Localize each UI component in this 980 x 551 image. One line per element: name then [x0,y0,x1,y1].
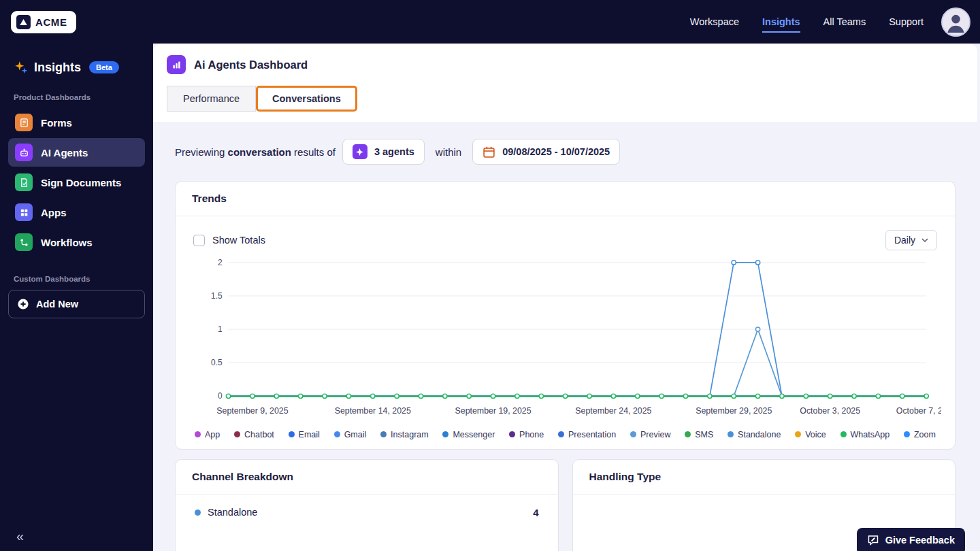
feedback-icon [867,534,879,546]
tab[interactable]: Conversations [256,86,357,112]
legend-item[interactable]: Chatbot [234,430,274,439]
trends-line-chart: 00.511.52September 9, 2025September 14, … [189,254,941,424]
svg-text:0: 0 [218,391,223,401]
sidebar-item[interactable]: Apps [8,198,145,227]
page-title: Ai Agents Dashboard [194,59,308,71]
give-feedback-button[interactable]: Give Feedback [857,528,965,551]
legend-dot [234,431,240,437]
legend-item[interactable]: Instagram [380,430,429,439]
sidebar-item-label: Apps [41,207,67,218]
main-content: Ai Agents Dashboard Performance Conversa… [153,44,980,551]
add-new-button[interactable]: Add New [8,290,145,318]
legend-dot [840,431,847,437]
channel-breakdown-rows: Standalone 4 [176,495,558,518]
legend-dot [685,431,691,437]
workflows-icon [15,233,33,251]
apps-icon [15,203,33,221]
dashboard-header: Ai Agents Dashboard Performance Conversa… [153,44,977,122]
legend-item[interactable]: Email [289,430,320,439]
top-nav-item[interactable]: Workspace [690,10,739,34]
checkbox-box[interactable] [193,235,205,246]
legend-dot [195,431,201,437]
legend-item[interactable]: Standalone [728,430,781,439]
legend-dot [558,431,564,437]
dashboard-tabs: Performance Conversations [167,86,964,112]
legend-item[interactable]: SMS [685,430,713,439]
legend-dot [795,431,801,437]
svg-text:0.5: 0.5 [211,358,223,367]
legend-item[interactable]: App [195,430,220,439]
legend-item[interactable]: Phone [509,430,544,439]
dashboard-icon [167,55,186,74]
legend-dot [904,431,910,437]
legend-item[interactable]: Presentation [558,430,616,439]
interval-dropdown[interactable]: Daily [885,230,937,250]
top-nav-item[interactable]: Support [889,10,924,34]
legend-item[interactable]: Gmail [334,430,367,439]
within-label: within [436,146,461,158]
svg-text:1.5: 1.5 [211,291,223,301]
svg-text:September 19, 2025: September 19, 2025 [455,406,531,416]
filter-bar: Previewing conversation results of 3 age… [153,122,980,165]
svg-text:September 29, 2025: September 29, 2025 [696,406,772,416]
trends-title: Trends [192,193,938,205]
forms-icon [15,114,33,131]
legend-dot [334,431,340,437]
section-product-dashboards: Product Dashboards [14,93,140,101]
handling-type-title: Handling Type [589,471,939,483]
legend-item[interactable]: Preview [630,430,670,439]
date-range-picker[interactable]: 09/08/2025 - 10/07/2025 [472,139,620,165]
sidebar: Insights Beta Product Dashboards Forms A… [0,44,153,551]
legend-dot [630,431,636,437]
bottom-cards: Channel Breakdown Standalone 4 Handling … [175,459,956,551]
insights-sparkle-icon [14,60,29,75]
svg-text:September 14, 2025: September 14, 2025 [335,406,411,416]
sidebar-item[interactable]: Sign Documents [8,168,145,197]
agents-selector[interactable]: 3 agents [342,139,425,165]
top-bar: ACME Workspace Insights All Teams Suppor… [0,0,980,44]
legend-item[interactable]: Zoom [904,430,936,439]
legend-item[interactable]: WhatsApp [840,430,890,439]
sign-documents-icon [15,173,33,191]
sidebar-item[interactable]: AI Agents [8,138,145,167]
calendar-icon [483,146,495,158]
top-nav-item[interactable]: All Teams [823,10,866,34]
legend-dot [728,431,734,437]
section-custom-dashboards: Custom Dashboards [14,275,140,283]
svg-text:September 24, 2025: September 24, 2025 [575,406,651,416]
channel-row: Standalone 4 [176,495,558,518]
acme-logo[interactable]: ACME [11,11,76,33]
legend-item[interactable]: Messenger [442,430,495,439]
collapse-sidebar-button[interactable]: « [16,529,24,544]
tab[interactable]: Performance [167,86,256,112]
sidebar-item-label: Sign Documents [41,177,121,188]
svg-text:October 7, 2025: October 7, 2025 [896,406,941,416]
sidebar-item-label: Forms [41,117,72,129]
acme-logo-icon [16,15,31,29]
legend-dot [380,431,387,437]
legend-dot [442,431,448,437]
ai-agents-icon [15,144,33,161]
previewing-text: Previewing conversation results of [175,146,336,158]
avatar[interactable] [941,7,970,37]
chevron-down-icon [921,238,928,242]
legend-dot [289,431,295,437]
channel-dot [195,510,201,516]
channel-breakdown-title: Channel Breakdown [192,471,542,483]
sidebar-item[interactable]: Workflows [8,228,145,256]
sidebar-menu: Forms AI Agents Sign Documents Apps Work… [8,108,145,256]
sidebar-item[interactable]: Forms [8,108,145,137]
legend-item[interactable]: Voice [795,430,826,439]
svg-text:October 3, 2025: October 3, 2025 [800,406,860,416]
legend-dot [509,431,515,437]
show-totals-checkbox[interactable]: Show Totals [193,235,265,246]
beta-badge: Beta [89,61,119,73]
sidebar-item-label: AI Agents [41,147,88,158]
top-nav-item[interactable]: Insights [762,10,800,34]
sidebar-item-label: Workflows [41,237,93,248]
channel-label: Standalone [208,507,257,518]
sidebar-title: Insights [34,61,81,75]
plus-icon [17,298,29,310]
chart-legend: App Chatbot Email Gmail [189,424,941,442]
svg-text:September 9, 2025: September 9, 2025 [216,406,288,416]
